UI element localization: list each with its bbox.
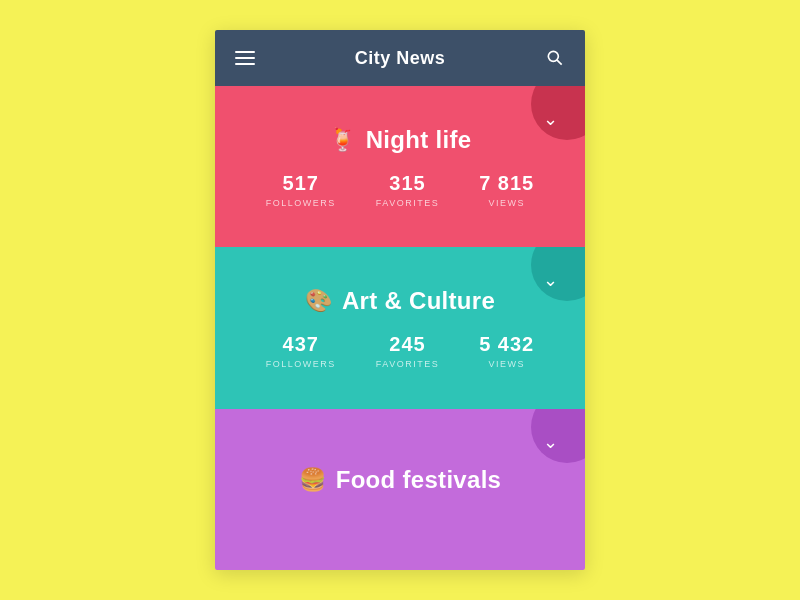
header: City News <box>215 30 585 86</box>
chevron-down-icon: ⌄ <box>543 110 558 128</box>
svg-point-0 <box>548 51 558 61</box>
card-food: ⌄ 🍔 Food festivals <box>215 409 585 570</box>
svg-line-1 <box>557 60 562 65</box>
artculture-expand-button[interactable]: ⌄ <box>531 247 585 301</box>
nightlife-stats: 517 FOLLOWERS 315 FAVORITES 7 815 VIEWS <box>266 172 534 208</box>
nightlife-followers-label: FOLLOWERS <box>266 198 336 208</box>
card-nightlife: ⌄ 🍹 Night life 517 FOLLOWERS 315 FAVORIT… <box>215 86 585 247</box>
nightlife-views-label: VIEWS <box>488 198 525 208</box>
artculture-stats: 437 FOLLOWERS 245 FAVORITES 5 432 VIEWS <box>266 333 534 369</box>
artculture-favorites-label: FAVORITES <box>376 359 439 369</box>
nightlife-favorites-label: FAVORITES <box>376 198 439 208</box>
nightlife-favorites-value: 315 <box>389 172 425 195</box>
nightlife-followers-value: 517 <box>283 172 319 195</box>
food-title-row: 🍔 Food festivals <box>299 466 502 494</box>
food-icon: 🍔 <box>299 467 326 493</box>
artculture-views: 5 432 VIEWS <box>479 333 534 369</box>
artculture-views-label: VIEWS <box>488 359 525 369</box>
artculture-title-row: 🎨 Art & Culture <box>305 287 495 315</box>
menu-button[interactable] <box>235 51 255 65</box>
nightlife-views-value: 7 815 <box>479 172 534 195</box>
artculture-followers-value: 437 <box>283 333 319 356</box>
nightlife-icon: 🍹 <box>329 127 356 153</box>
nightlife-favorites: 315 FAVORITES <box>376 172 439 208</box>
artculture-followers-label: FOLLOWERS <box>266 359 336 369</box>
nightlife-title: Night life <box>366 126 472 154</box>
artculture-views-value: 5 432 <box>479 333 534 356</box>
artculture-favorites-value: 245 <box>389 333 425 356</box>
nightlife-expand-button[interactable]: ⌄ <box>531 86 585 140</box>
nightlife-followers: 517 FOLLOWERS <box>266 172 336 208</box>
app-title: City News <box>355 48 446 69</box>
artculture-title: Art & Culture <box>342 287 495 315</box>
nightlife-title-row: 🍹 Night life <box>329 126 472 154</box>
food-expand-button[interactable]: ⌄ <box>531 409 585 463</box>
phone-container: City News ⌄ 🍹 Night life 517 FOLLOWERS 3… <box>215 30 585 570</box>
chevron-down-icon: ⌄ <box>543 271 558 289</box>
card-artculture: ⌄ 🎨 Art & Culture 437 FOLLOWERS 245 FAVO… <box>215 247 585 408</box>
food-title: Food festivals <box>336 466 502 494</box>
search-icon[interactable] <box>545 48 565 68</box>
chevron-down-icon: ⌄ <box>543 433 558 451</box>
nightlife-views: 7 815 VIEWS <box>479 172 534 208</box>
artculture-favorites: 245 FAVORITES <box>376 333 439 369</box>
artculture-followers: 437 FOLLOWERS <box>266 333 336 369</box>
artculture-icon: 🎨 <box>305 288 332 314</box>
